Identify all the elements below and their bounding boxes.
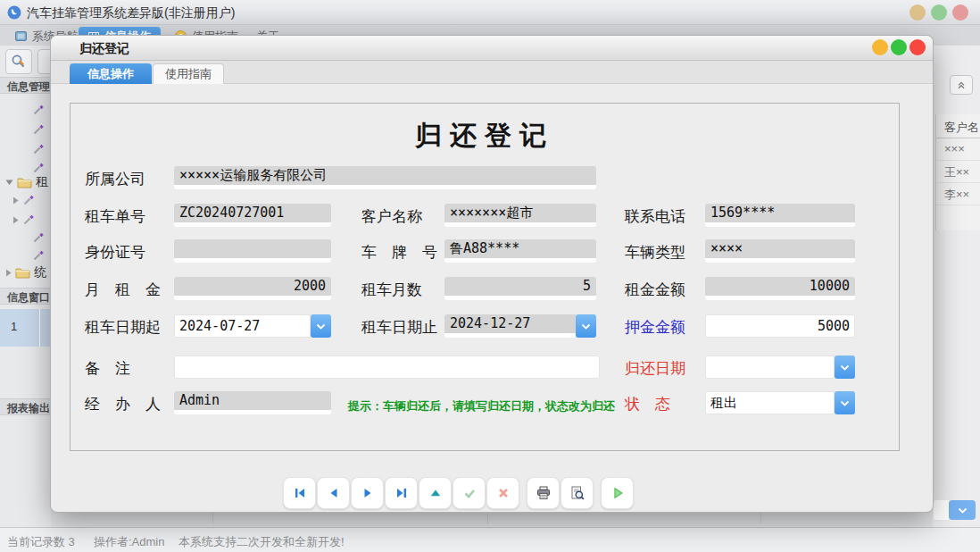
label-status: 状 态 (625, 394, 670, 414)
field-order-no[interactable]: ZC20240727001 (174, 204, 331, 227)
combo-status-dropdown-button[interactable] (835, 391, 855, 414)
dialog-minimize-button[interactable] (872, 39, 888, 55)
minimize-button[interactable] (909, 4, 926, 21)
tree-item[interactable] (32, 249, 45, 262)
panel-header-info-window[interactable]: 信息窗口 (0, 288, 51, 305)
right-grid-strip: 客户名 ××× 王×× 李×× (933, 46, 980, 527)
field-vehicle-type[interactable]: ×××× (705, 239, 855, 263)
panel-header-report-output[interactable]: 报表输出 (0, 398, 51, 415)
combo-return-date-value[interactable] (705, 355, 835, 379)
wand-icon (32, 249, 45, 262)
grid-row[interactable]: 李×× (936, 183, 980, 205)
field-deposit[interactable]: 5000 (705, 314, 855, 338)
grid-header-customer[interactable]: 客户名 (936, 114, 980, 138)
play-icon (610, 486, 625, 500)
panel-header-info-mgmt[interactable]: 信息管理 (0, 77, 51, 94)
previous-record-button[interactable] (317, 477, 350, 509)
combo-return-date[interactable] (705, 355, 855, 379)
combo-date-to-dropdown-button[interactable] (576, 314, 596, 338)
last-record-button[interactable] (385, 477, 418, 509)
field-company[interactable]: ×××××运输服务有限公司 (174, 166, 596, 189)
tree-subitem[interactable] (12, 194, 35, 206)
dialog-maximize-button[interactable] (891, 39, 907, 55)
tree-folder-rent[interactable]: 租 (5, 174, 48, 190)
field-rent-total[interactable]: 10000 (705, 277, 855, 300)
confirm-button[interactable] (453, 477, 486, 509)
combo-status-value[interactable]: 租出 (705, 391, 835, 414)
combo-date-to[interactable]: 2024-12-27 (444, 314, 596, 338)
dialog-close-button[interactable] (909, 39, 926, 55)
field-phone[interactable]: 1569**** (705, 204, 855, 227)
combo-date-to-value[interactable]: 2024-12-27 (444, 314, 576, 338)
field-remark[interactable] (174, 355, 600, 379)
magnifier-edit-icon (11, 54, 27, 70)
tree-folder-stats[interactable]: 统 (5, 264, 46, 280)
expander-down-icon (5, 179, 13, 186)
wand-icon (32, 104, 45, 116)
dialog-tab-user-guide[interactable]: 使用指南 (153, 63, 224, 84)
collapse-panel-button[interactable] (950, 75, 973, 95)
window-title: 汽车挂靠管理系统差异版(非注册用户) (27, 5, 235, 21)
field-operator[interactable]: Admin (174, 391, 331, 414)
cancel-button[interactable] (486, 477, 519, 509)
run-button[interactable] (601, 477, 634, 509)
next-record-button[interactable] (351, 477, 384, 509)
panel-header-report-output-label: 报表输出 (7, 402, 50, 414)
label-company: 所属公司 (85, 169, 145, 189)
panel-header-info-mgmt-label: 信息管理 (7, 80, 50, 93)
grid-line (39, 309, 40, 347)
search-edit-toolbar-button[interactable] (5, 49, 32, 74)
field-id-no[interactable] (174, 239, 331, 263)
first-record-button[interactable] (283, 477, 316, 509)
maximize-button[interactable] (931, 4, 947, 21)
tree-item[interactable] (32, 162, 45, 174)
combo-return-date-dropdown-button[interactable] (835, 355, 855, 379)
label-plate: 车 牌 号 (361, 242, 437, 263)
info-window-selected-row[interactable]: 1 (0, 309, 51, 347)
grid-row[interactable]: 王×× (936, 161, 980, 183)
field-plate[interactable]: 鲁A88**** (444, 239, 596, 263)
expander-right-icon (12, 216, 19, 224)
label-rent-total: 租金金额 (625, 280, 685, 300)
label-monthly-rent: 月 租 金 (85, 280, 161, 300)
print-preview-button[interactable] (561, 477, 594, 509)
field-monthly-rent[interactable]: 2000 (174, 277, 331, 300)
panel-header-info-window-label: 信息窗口 (7, 291, 50, 304)
dialog-tab-info-ops[interactable]: 信息操作 (70, 63, 152, 84)
chevron-down-icon (840, 364, 850, 371)
field-customer[interactable]: ×××××××超市 (444, 204, 596, 227)
left-sidebar: 信息管理 租 统 信息窗口 1 报表输出 (0, 46, 51, 527)
bottom-combo-field[interactable] (934, 500, 949, 520)
field-rent-months[interactable]: 5 (444, 277, 596, 300)
tree-item[interactable] (32, 104, 45, 116)
wand-icon (32, 123, 45, 136)
dialog-tab-user-guide-label: 使用指南 (165, 66, 212, 82)
combo-date-from-dropdown-button[interactable] (311, 314, 331, 338)
tree-subitem[interactable] (12, 213, 35, 226)
triangle-up-icon (428, 486, 443, 500)
edit-record-button[interactable] (419, 477, 452, 509)
tree-folder-rent-label: 租 (36, 174, 48, 190)
label-phone: 联系电话 (625, 206, 685, 227)
row-index: 1 (11, 320, 17, 333)
tree-item[interactable] (32, 231, 45, 244)
combo-status[interactable]: 租出 (705, 391, 855, 414)
bottom-combo-dropdown-button[interactable] (949, 500, 976, 520)
return-registration-dialog: 归还登记 信息操作 使用指南 归还登记 所属公司 ×××××运输服务有限公司 租… (51, 36, 933, 512)
label-rent-months: 租车月数 (361, 280, 422, 300)
tree-item[interactable] (32, 123, 45, 136)
print-button[interactable] (527, 477, 560, 509)
combo-date-from-value[interactable]: 2024-07-27 (174, 314, 311, 338)
customer-grid: 客户名 ××× 王×× 李×× (935, 114, 980, 230)
expander-right-icon (5, 269, 12, 277)
folder-icon (17, 176, 32, 188)
dialog-tab-info-ops-label: 信息操作 (87, 66, 134, 82)
chevron-down-icon (581, 323, 591, 330)
tree-item[interactable] (32, 143, 45, 155)
main-titlebar: 汽车挂靠管理系统差异版(非注册用户) (0, 0, 980, 25)
close-button[interactable] (952, 4, 968, 21)
chevron-down-icon (840, 400, 850, 406)
second-toolbar-button[interactable] (37, 49, 51, 74)
grid-row[interactable]: ××× (936, 138, 980, 161)
combo-date-from[interactable]: 2024-07-27 (174, 314, 331, 338)
